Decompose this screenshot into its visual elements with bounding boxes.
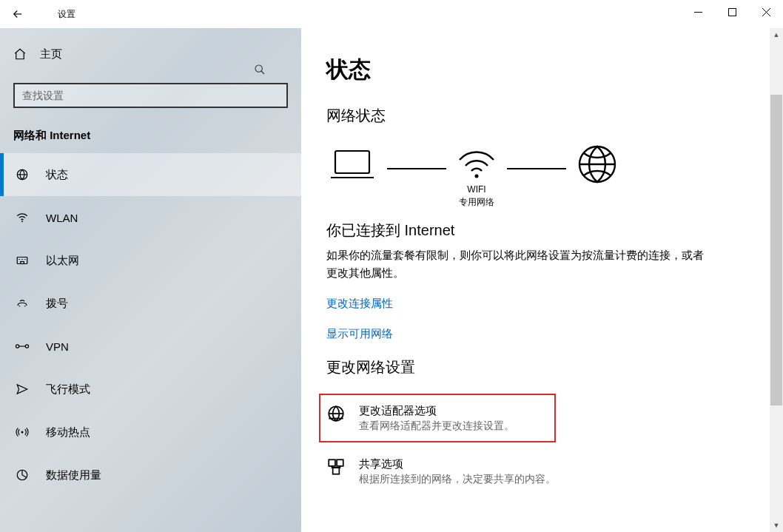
sidebar-item-dialup[interactable]: 拨号 [0, 282, 301, 325]
svg-point-9 [16, 345, 19, 348]
link-show-networks[interactable]: 显示可用网络 [326, 327, 783, 341]
connected-heading: 你已连接到 Internet [326, 220, 783, 240]
svg-point-4 [21, 220, 23, 222]
network-status-heading: 网络状态 [326, 106, 783, 126]
option-title: 共享选项 [359, 456, 556, 471]
svg-rect-1 [728, 8, 736, 16]
search-input[interactable] [13, 83, 288, 108]
sidebar-item-label: VPN [46, 340, 69, 353]
airplane-icon [15, 383, 30, 396]
vpn-icon [15, 340, 30, 353]
svg-rect-17 [329, 459, 335, 466]
close-icon [762, 8, 770, 16]
wifi-large-icon [457, 148, 497, 181]
sidebar-section-title: 网络和 Internet [13, 129, 301, 143]
back-button[interactable] [0, 0, 36, 28]
diagram-wifi-label: WIFI [459, 183, 494, 196]
option-title: 更改适配器选项 [359, 403, 514, 418]
sidebar-item-vpn[interactable]: VPN [0, 325, 301, 368]
option-sub: 根据所连接到的网络，决定要共享的内容。 [359, 471, 556, 487]
svg-rect-19 [333, 468, 340, 474]
diagram-globe [577, 144, 618, 212]
diagram-wifi: WIFI 专用网络 [457, 148, 497, 207]
home-icon [13, 47, 27, 61]
diagram-line [507, 168, 566, 169]
minimize-button[interactable] [681, 0, 715, 24]
globe-icon [326, 404, 349, 423]
hotspot-icon [15, 425, 30, 439]
maximize-icon [728, 8, 736, 16]
sidebar-item-status[interactable]: 状态 [0, 153, 301, 196]
laptop-icon [328, 147, 377, 182]
minimize-icon [694, 8, 702, 16]
sidebar-item-label: 移动热点 [46, 425, 90, 440]
network-diagram: WIFI 专用网络 [328, 144, 783, 212]
sidebar-item-wlan[interactable]: WLAN [0, 196, 301, 239]
home-button[interactable]: 主页 [13, 38, 301, 70]
sidebar-item-data-usage[interactable]: 数据使用量 [0, 454, 301, 496]
svg-rect-0 [694, 12, 702, 13]
content-pane: 状态 网络状态 WIFI 专用网络 [301, 28, 783, 532]
svg-rect-6 [21, 262, 24, 264]
maximize-button[interactable] [715, 0, 749, 24]
svg-rect-18 [337, 459, 343, 466]
scrollbar[interactable]: ▲ ▼ [770, 28, 783, 532]
titlebar: 设置 [0, 0, 783, 28]
page-title: 状态 [326, 55, 783, 85]
window-controls [681, 0, 783, 24]
sidebar-item-ethernet[interactable]: 以太网 [0, 239, 301, 282]
svg-point-10 [25, 345, 28, 348]
globe-large-icon [577, 144, 618, 185]
sidebar-item-label: 拨号 [46, 297, 68, 311]
sidebar-item-label: 飞行模式 [46, 383, 90, 397]
sidebar-item-label: 状态 [46, 168, 68, 182]
change-settings-heading: 更改网络设置 [326, 357, 783, 377]
window-title: 设置 [58, 8, 75, 21]
scroll-down-arrow-icon[interactable]: ▼ [770, 519, 783, 532]
dialup-icon [15, 297, 30, 310]
sidebar-nav: 状态 WLAN 以太网 [0, 153, 301, 496]
option-sub: 查看网络适配器并更改连接设置。 [359, 418, 514, 434]
svg-point-14 [475, 175, 479, 178]
sidebar: 主页 网络和 Internet 状态 [0, 28, 301, 532]
svg-point-11 [21, 431, 24, 434]
wifi-icon [15, 211, 30, 224]
option-sharing[interactable]: 共享选项 根据所连接到的网络，决定要共享的内容。 [326, 451, 711, 491]
sidebar-item-label: WLAN [46, 212, 78, 224]
link-change-connection-props[interactable]: 更改连接属性 [326, 297, 783, 311]
diagram-laptop [328, 147, 377, 209]
svg-rect-5 [17, 257, 27, 264]
svg-point-8 [24, 306, 26, 307]
home-label: 主页 [40, 47, 62, 61]
sidebar-item-airplane[interactable]: 飞行模式 [0, 368, 301, 411]
arrow-left-icon [11, 7, 24, 21]
data-usage-icon [15, 468, 30, 482]
diagram-wifi-sub: 专用网络 [459, 196, 494, 209]
svg-rect-13 [335, 151, 369, 173]
scrollbar-thumb[interactable] [770, 95, 782, 405]
connected-desc: 如果你的流量套餐有限制，则你可以将此网络设置为按流量计费的连接，或者更改其他属性… [326, 246, 711, 282]
close-button[interactable] [749, 0, 783, 24]
share-icon [326, 457, 349, 477]
scroll-up-arrow-icon[interactable]: ▲ [770, 28, 783, 41]
diagram-line [387, 168, 446, 169]
option-adapter-settings[interactable]: 更改适配器选项 查看网络适配器并更改连接设置。 [319, 394, 556, 442]
sidebar-item-label: 以太网 [46, 254, 79, 268]
svg-point-7 [19, 306, 21, 307]
sidebar-item-label: 数据使用量 [46, 468, 101, 482]
sidebar-item-hotspot[interactable]: 移动热点 [0, 411, 301, 454]
globe-icon [15, 168, 30, 181]
ethernet-icon [15, 254, 30, 267]
